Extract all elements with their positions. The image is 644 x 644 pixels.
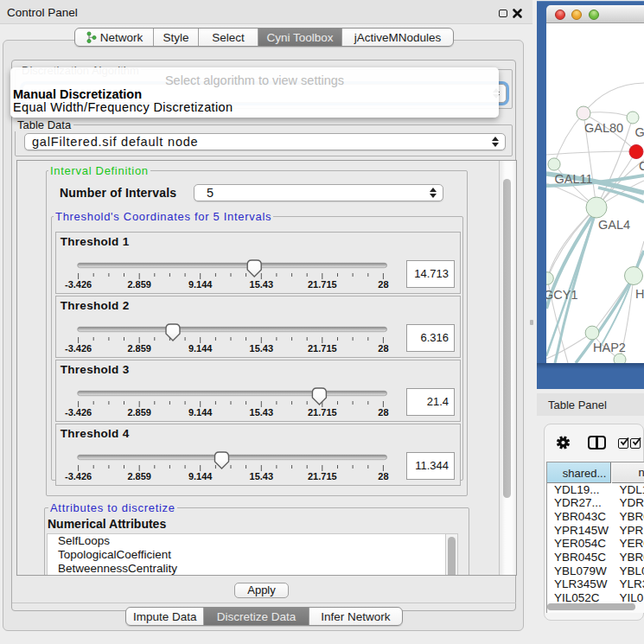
svg-text:28: 28 [378, 279, 388, 290]
svg-text:9.144: 9.144 [188, 343, 213, 354]
svg-text:15.43: 15.43 [250, 279, 274, 290]
svg-text:21.715: 21.715 [308, 407, 337, 418]
svg-text:9.144: 9.144 [188, 471, 213, 481]
svg-text:-3.426: -3.426 [65, 343, 92, 354]
svg-text:2.859: 2.859 [127, 471, 151, 481]
svg-text:-3.426: -3.426 [65, 471, 92, 481]
svg-text:H: H [635, 287, 644, 301]
svg-text:21.715: 21.715 [308, 471, 337, 481]
svg-text:2.859: 2.859 [127, 343, 151, 354]
svg-text:GAL4: GAL4 [598, 218, 630, 232]
svg-text:15.43: 15.43 [250, 343, 274, 354]
svg-text:15.43: 15.43 [250, 471, 274, 481]
svg-text:C.: C. [639, 159, 644, 173]
svg-text:2.859: 2.859 [127, 279, 151, 290]
svg-text:15.43: 15.43 [250, 407, 274, 418]
svg-text:HAP2: HAP2 [593, 341, 626, 354]
svg-text:28: 28 [378, 407, 388, 418]
svg-text:2.859: 2.859 [127, 407, 151, 418]
svg-text:G.: G. [635, 125, 644, 139]
svg-text:21.715: 21.715 [308, 343, 337, 354]
svg-text:GAL80: GAL80 [584, 121, 623, 135]
svg-text:21.715: 21.715 [308, 279, 337, 290]
svg-text:28: 28 [378, 343, 388, 354]
svg-text:9.144: 9.144 [188, 407, 213, 418]
svg-text:GCY1: GCY1 [546, 288, 578, 302]
svg-text:GAL11: GAL11 [555, 172, 593, 186]
svg-text:-3.426: -3.426 [65, 407, 92, 418]
svg-text:-3.426: -3.426 [65, 279, 92, 290]
svg-text:28: 28 [378, 471, 388, 481]
svg-text:9.144: 9.144 [188, 279, 213, 290]
